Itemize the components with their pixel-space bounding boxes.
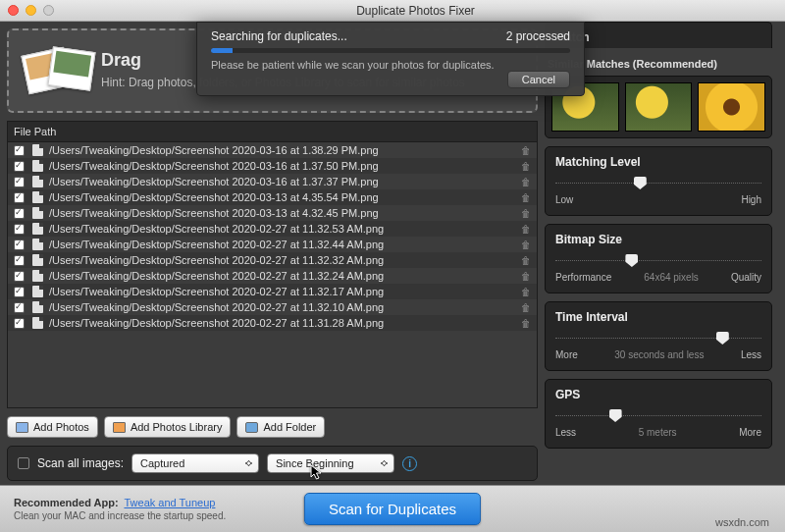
- add-photos-library-button[interactable]: Add Photos Library: [104, 416, 232, 438]
- add-photos-button[interactable]: Add Photos: [7, 416, 98, 438]
- file-path: /Users/Tweaking/Desktop/Screenshot 2020-…: [49, 160, 521, 172]
- trash-icon[interactable]: 🗑: [521, 271, 531, 282]
- bitmap-min: Performance: [555, 272, 611, 283]
- scan-all-checkbox[interactable]: [18, 457, 29, 469]
- trash-icon[interactable]: 🗑: [521, 192, 531, 203]
- file-icon: [32, 191, 43, 203]
- row-checkbox[interactable]: [14, 161, 25, 172]
- gps-min: Less: [555, 427, 576, 438]
- trash-icon[interactable]: 🗑: [521, 177, 531, 187]
- table-row[interactable]: /Users/Tweaking/Desktop/Screenshot 2020-…: [8, 284, 537, 299]
- row-checkbox[interactable]: [14, 239, 25, 250]
- time-slider[interactable]: [716, 332, 729, 345]
- match-heading: Match: [555, 30, 761, 44]
- scan-options-bar: Scan all images: Captured Since Beginnin…: [7, 446, 538, 481]
- row-checkbox[interactable]: [14, 177, 25, 187]
- trash-icon[interactable]: 🗑: [521, 287, 531, 297]
- add-photos-label: Add Photos: [33, 421, 89, 433]
- table-row[interactable]: /Users/Tweaking/Desktop/Screenshot 2020-…: [8, 315, 537, 331]
- table-row[interactable]: /Users/Tweaking/Desktop/Screenshot 2020-…: [8, 252, 537, 268]
- table-row[interactable]: /Users/Tweaking/Desktop/Screenshot 2020-…: [8, 268, 537, 284]
- table-row[interactable]: /Users/Tweaking/Desktop/Screenshot 2020-…: [8, 189, 537, 205]
- window-title: Duplicate Photos Fixer: [54, 4, 777, 18]
- table-row[interactable]: /Users/Tweaking/Desktop/Screenshot 2020-…: [8, 205, 537, 221]
- add-folder-button[interactable]: Add Folder: [236, 416, 325, 438]
- table-row[interactable]: /Users/Tweaking/Desktop/Screenshot 2020-…: [8, 221, 537, 237]
- table-row[interactable]: /Users/Tweaking/Desktop/Screenshot 2020-…: [8, 158, 537, 174]
- matching-level-slider[interactable]: [634, 177, 647, 189]
- row-checkbox[interactable]: [14, 255, 25, 266]
- library-icon: [113, 422, 126, 433]
- table-row[interactable]: /Users/Tweaking/Desktop/Screenshot 2020-…: [8, 174, 537, 189]
- trash-icon[interactable]: 🗑: [521, 302, 531, 313]
- row-checkbox[interactable]: [14, 208, 25, 219]
- row-checkbox[interactable]: [14, 287, 25, 297]
- file-path: /Users/Tweaking/Desktop/Screenshot 2020-…: [49, 317, 521, 329]
- row-checkbox[interactable]: [14, 271, 25, 282]
- cancel-button[interactable]: Cancel: [507, 71, 570, 88]
- trash-icon[interactable]: 🗑: [521, 161, 531, 172]
- table-row[interactable]: /Users/Tweaking/Desktop/Screenshot 2020-…: [8, 237, 537, 252]
- table-row[interactable]: /Users/Tweaking/Desktop/Screenshot 2020-…: [8, 142, 537, 158]
- trash-icon[interactable]: 🗑: [521, 208, 531, 219]
- photos-stack-icon: [23, 41, 101, 100]
- trash-icon[interactable]: 🗑: [521, 239, 531, 250]
- progress-bar: [211, 48, 570, 53]
- file-path: /Users/Tweaking/Desktop/Screenshot 2020-…: [49, 207, 521, 219]
- row-checkbox[interactable]: [14, 318, 25, 329]
- table-row[interactable]: /Users/Tweaking/Desktop/Screenshot 2020-…: [8, 299, 537, 315]
- matching-level-max: High: [741, 194, 761, 205]
- gps-value: 5 meters: [639, 427, 677, 438]
- file-path: /Users/Tweaking/Desktop/Screenshot 2020-…: [49, 223, 521, 235]
- watermark: wsxdn.com: [715, 516, 769, 528]
- matching-level-min: Low: [555, 194, 573, 205]
- preview-thumb-2: [625, 82, 693, 132]
- file-icon: [32, 317, 43, 329]
- progress-dialog: Searching for duplicates... 2 processed …: [196, 22, 585, 96]
- info-icon[interactable]: i: [402, 456, 417, 471]
- capture-mode-select[interactable]: Captured: [131, 453, 259, 473]
- time-max: Less: [741, 349, 761, 360]
- file-icon: [32, 254, 43, 266]
- gps-max: More: [739, 427, 761, 438]
- close-window-button[interactable]: [8, 5, 19, 16]
- file-path: /Users/Tweaking/Desktop/Screenshot 2020-…: [49, 286, 521, 297]
- photo-icon: [16, 422, 28, 433]
- trash-icon[interactable]: 🗑: [521, 318, 531, 329]
- file-icon: [32, 286, 43, 297]
- file-path: /Users/Tweaking/Desktop/Screenshot 2020-…: [49, 239, 521, 250]
- row-checkbox[interactable]: [14, 145, 25, 156]
- file-path: /Users/Tweaking/Desktop/Screenshot 2020-…: [49, 176, 521, 187]
- file-path: /Users/Tweaking/Desktop/Screenshot 2020-…: [49, 191, 521, 203]
- folder-icon: [245, 422, 258, 433]
- recommended-link[interactable]: Tweak and Tuneup: [124, 497, 215, 508]
- file-list: File Path /Users/Tweaking/Desktop/Screen…: [7, 121, 538, 408]
- gps-slider[interactable]: [609, 409, 622, 422]
- row-checkbox[interactable]: [14, 302, 25, 313]
- recommended-label: Recommended App:: [14, 497, 119, 508]
- scan-all-label: Scan all images:: [37, 456, 124, 470]
- zoom-window-button[interactable]: [43, 5, 54, 16]
- trash-icon[interactable]: 🗑: [521, 255, 531, 266]
- scan-for-duplicates-button[interactable]: Scan for Duplicates: [304, 493, 481, 525]
- file-list-header: File Path: [7, 121, 538, 142]
- file-path: /Users/Tweaking/Desktop/Screenshot 2020-…: [49, 144, 521, 156]
- trash-icon[interactable]: 🗑: [521, 224, 531, 235]
- minimize-window-button[interactable]: [26, 5, 36, 16]
- trash-icon[interactable]: 🗑: [521, 145, 531, 156]
- recommended-sub: Clean your MAC and increase the startup …: [14, 510, 226, 521]
- matching-level-title: Matching Level: [555, 155, 761, 169]
- progress-count: 2 processed: [506, 29, 570, 43]
- titlebar: Duplicate Photos Fixer: [0, 0, 785, 22]
- bitmap-size-panel: Bitmap Size Performance64x64 pixelsQuali…: [545, 224, 772, 293]
- file-icon: [32, 207, 43, 219]
- file-icon: [32, 301, 43, 313]
- row-checkbox[interactable]: [14, 224, 25, 235]
- file-icon: [32, 239, 43, 250]
- add-folder-label: Add Folder: [263, 421, 316, 433]
- cursor-icon: [310, 464, 324, 482]
- row-checkbox[interactable]: [14, 192, 25, 203]
- time-range-select[interactable]: Since Beginning: [267, 453, 394, 473]
- bitmap-slider[interactable]: [625, 254, 638, 267]
- bitmap-max: Quality: [731, 272, 761, 283]
